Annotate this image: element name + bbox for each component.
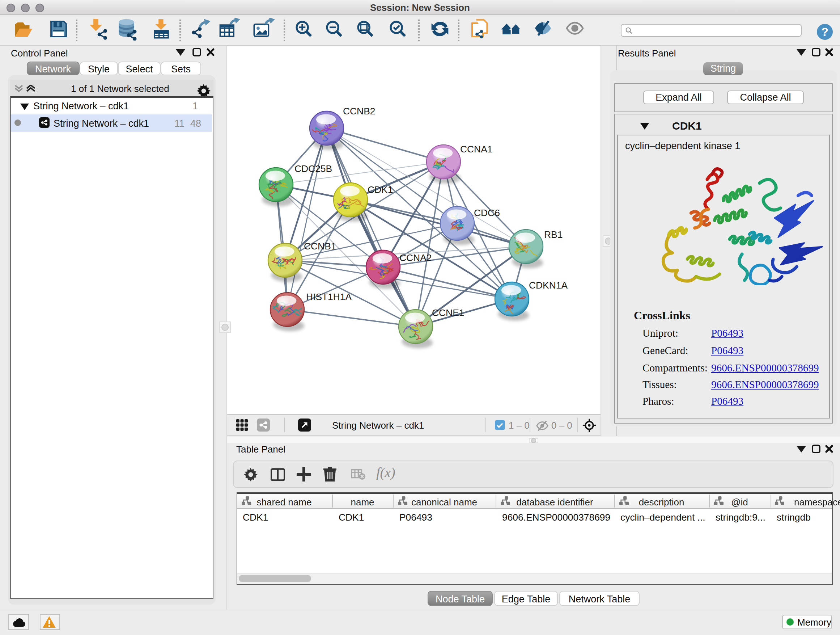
svg-text:HIST1H1A: HIST1H1A	[306, 291, 352, 302]
svg-text:CCNA2: CCNA2	[399, 252, 431, 263]
svg-text:?: ?	[821, 25, 829, 38]
svg-text:CDC25B: CDC25B	[294, 163, 332, 174]
svg-text:CCNB1: CCNB1	[304, 241, 336, 252]
svg-text:CCNA1: CCNA1	[460, 144, 493, 155]
svg-text:CCNB2: CCNB2	[343, 106, 375, 117]
svg-text:CCNE1: CCNE1	[432, 307, 464, 318]
svg-text:CDK1: CDK1	[368, 184, 393, 195]
svg-text:CDC6: CDC6	[474, 207, 500, 218]
svg-text:RB1: RB1	[544, 229, 562, 240]
svg-text:CDKN1A: CDKN1A	[529, 280, 568, 291]
